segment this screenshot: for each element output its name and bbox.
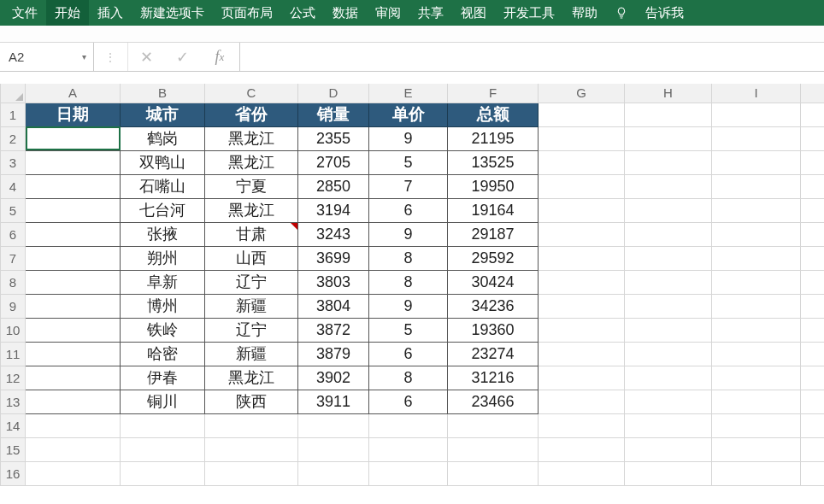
cell[interactable]: 张掖 [121,222,205,246]
menu-file[interactable]: 文件 [3,0,46,26]
cell[interactable]: 2850 [298,174,369,198]
cell[interactable] [205,413,298,437]
cell[interactable]: 19950 [448,174,539,198]
col-header-C[interactable]: C [205,84,298,103]
cell[interactable] [625,246,712,270]
menu-help[interactable]: 帮助 [563,0,606,26]
col-header-B[interactable]: B [121,84,205,103]
cell[interactable] [539,437,625,461]
cell[interactable] [712,318,801,342]
cell[interactable]: 29592 [448,246,539,270]
row-header[interactable]: 6 [1,222,26,246]
cell[interactable] [539,270,625,294]
cell[interactable]: 黑龙江 [205,198,298,222]
cell[interactable] [539,150,625,174]
menu-review[interactable]: 审阅 [367,0,409,26]
row-header[interactable]: 16 [1,461,26,485]
data-header-cell[interactable]: 总额 [448,103,539,126]
cell[interactable]: 29187 [448,222,539,246]
menu-devtools[interactable]: 开发工具 [495,0,563,26]
insert-function-icon[interactable]: fx [200,43,239,71]
cell[interactable] [298,413,369,437]
cell[interactable] [625,222,712,246]
cell[interactable] [26,366,121,390]
cell[interactable]: 博州 [121,294,205,318]
cell[interactable] [539,461,625,485]
cell[interactable] [712,103,801,126]
cell[interactable] [369,437,448,461]
row-header[interactable]: 13 [1,390,26,413]
row-header[interactable]: 12 [1,366,26,390]
cell[interactable] [539,413,625,437]
cell[interactable] [712,413,801,437]
row-header[interactable]: 14 [1,413,26,437]
data-header-cell[interactable]: 日期 [26,103,121,126]
cell[interactable] [26,174,121,198]
col-header-E[interactable]: E [369,84,448,103]
cell[interactable] [625,198,712,222]
name-box-dropdown-icon[interactable]: ▾ [82,52,86,62]
cell[interactable] [26,342,121,366]
col-header-G[interactable]: G [539,84,625,103]
menu-view[interactable]: 视图 [452,0,495,26]
cell[interactable] [712,366,801,390]
cell[interactable]: 6 [369,390,448,413]
cell[interactable]: 3194 [298,198,369,222]
cell[interactable]: 铜川 [121,390,205,413]
col-header-A[interactable]: A [26,84,121,103]
cell[interactable]: 9 [369,294,448,318]
cell[interactable]: 辽宁 [205,318,298,342]
cell[interactable]: 5 [369,318,448,342]
row-header[interactable]: 5 [1,198,26,222]
cell[interactable] [625,437,712,461]
cell[interactable]: 新疆 [205,294,298,318]
menu-home[interactable]: 开始 [46,0,89,26]
cell[interactable] [539,174,625,198]
cell[interactable]: 34236 [448,294,539,318]
cell[interactable] [712,222,801,246]
cell[interactable] [712,126,801,150]
cell[interactable] [712,150,801,174]
cell[interactable]: 23466 [448,390,539,413]
cell[interactable] [448,413,539,437]
cell[interactable] [712,270,801,294]
cell[interactable]: 阜新 [121,270,205,294]
menu-pagelayout[interactable]: 页面布局 [213,0,281,26]
cell[interactable] [298,461,369,485]
menu-data[interactable]: 数据 [324,0,367,26]
cell[interactable]: 3243 [298,222,369,246]
cell[interactable]: 陕西 [205,390,298,413]
cell[interactable] [369,461,448,485]
cell[interactable]: 山西 [205,246,298,270]
cell[interactable] [121,437,205,461]
cell[interactable]: 30424 [448,270,539,294]
row-header[interactable]: 4 [1,174,26,198]
cell[interactable] [625,150,712,174]
menu-insert[interactable]: 插入 [89,0,132,26]
cell[interactable]: 3803 [298,270,369,294]
menu-tellme[interactable]: 告诉我 [637,0,692,26]
menu-share[interactable]: 共享 [409,0,452,26]
cell[interactable]: 3879 [298,342,369,366]
cell[interactable]: 13525 [448,150,539,174]
row-header[interactable]: 8 [1,270,26,294]
menu-newtab[interactable]: 新建选项卡 [132,0,213,26]
cell[interactable]: 宁夏 [205,174,298,198]
spreadsheet-grid[interactable]: A B C D E F G H I 1日期城市省份销量单价总额2鹤岗黑龙江235… [0,84,824,486]
cell[interactable]: 9 [369,222,448,246]
cell[interactable]: 新疆 [205,342,298,366]
lightbulb-icon[interactable] [606,6,637,20]
col-header-D[interactable]: D [298,84,369,103]
cell[interactable]: 3804 [298,294,369,318]
cancel-formula-icon[interactable]: ✕ [128,43,164,71]
cell[interactable] [26,461,121,485]
select-all-corner[interactable] [1,84,26,103]
cell[interactable] [712,461,801,485]
cell[interactable] [539,126,625,150]
cell[interactable] [539,222,625,246]
cell[interactable]: 伊春 [121,366,205,390]
cell[interactable] [539,246,625,270]
cell[interactable] [26,222,121,246]
cell[interactable] [369,413,448,437]
name-box-input[interactable] [9,50,75,64]
